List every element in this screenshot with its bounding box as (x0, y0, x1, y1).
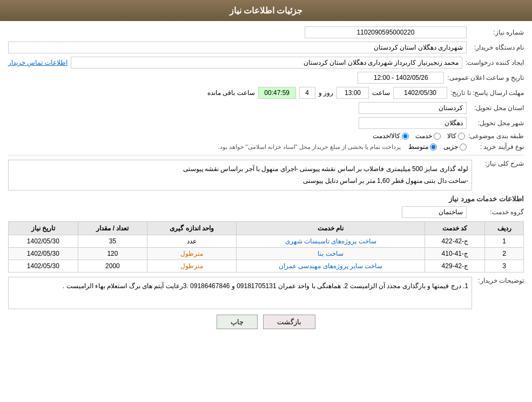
purchase-type-note: پرداخت تمام یا بخشی از مبلغ خریداز محل "… (218, 144, 401, 151)
province-label: استان محل تحویل: (470, 104, 524, 112)
city-label: شهر محل تحویل: (470, 119, 524, 127)
service-date: 1402/05/30 (9, 248, 78, 260)
back-button[interactable]: بازگشت (263, 315, 315, 329)
remaining-suffix: ساعت باقی مانده (207, 89, 255, 97)
row-num: 3 (485, 260, 524, 272)
purchase-type-label: نوع فرآیند خرید : (470, 143, 524, 151)
need-number-value: 1102090595000220 (305, 26, 467, 38)
category-option-service[interactable]: خدمت (415, 132, 441, 140)
announce-label: تاریخ و ساعت اعلان عمومی: (447, 74, 524, 81)
need-description: لوله گذاری سایز 500 میلیمتری فاضلاب بر ا… (8, 160, 472, 190)
row-num: 2 (485, 248, 524, 260)
row-num: 1 (485, 235, 524, 248)
request-creator-value: محمد زنجیرنیاز کاربرداز شهرداری دهگلان ا… (71, 57, 462, 69)
page-title: جزئیات اطلاعات نیاز (230, 6, 303, 15)
service-code: ج-42-422 (425, 235, 485, 248)
buyer-notes-label: توضیحات خریدار: (475, 277, 524, 284)
response-time: 13:00 (336, 87, 369, 99)
action-buttons: بازگشت چاپ (8, 315, 524, 335)
service-qty: 120 (78, 248, 147, 260)
province-value: کردستان (359, 102, 467, 114)
service-group-value: ساختمان (402, 206, 467, 218)
category-label: طبقه بندی موضوعی: (468, 132, 524, 140)
col-unit: واحد اندازه گیری (147, 222, 237, 235)
response-deadline-label: مهلت ارسال پاسخ: تا تاریخ: (450, 89, 524, 97)
need-desc-label: شرح کلی نیاز: (475, 160, 524, 167)
page-header: جزئیات اطلاعات نیاز (0, 0, 532, 21)
purchase-type-medium[interactable]: متوسط (408, 143, 437, 151)
buyer-org-label: نام دستگاه خریدار: (470, 44, 524, 51)
table-row: 2 ج-41-410 ساخت بنا مترطول 120 1402/05/3… (9, 248, 524, 260)
contact-link[interactable]: اطلاعات تماس خریدار (8, 59, 68, 66)
service-code: ج-41-410 (425, 248, 485, 260)
response-date: 1402/05/30 (393, 87, 447, 99)
service-unit: عدد (147, 235, 237, 248)
city-value: دهگلان (359, 117, 467, 129)
service-unit: مترطول (147, 248, 237, 260)
response-time-label: ساعت (372, 89, 390, 97)
need-desc-line1: لوله گذاری سایز 500 میلیمتری فاضلاب بر ا… (12, 163, 468, 175)
purchase-type-radio-group: جزیی متوسط (408, 143, 467, 151)
category-option-both[interactable]: کالا/خدمت (373, 132, 409, 140)
category-radio-group: کالا خدمت کالا/خدمت (373, 132, 465, 140)
request-creator-label: ایجاد کننده درخواست: (466, 59, 524, 66)
service-name: ساخت سایر پروژه‌های مهندسی عمران (236, 260, 425, 272)
col-name: نام خدمت (236, 222, 425, 235)
announce-datetime-value: 1402/05/26 - 12:00 (358, 72, 444, 84)
category-option-goods[interactable]: کالا (447, 132, 465, 140)
table-row: 3 ج-42-429 ساخت سایر پروژه‌های مهندسی عم… (9, 260, 524, 272)
need-desc-line2: -ساخت دال بتنی منهول قطر 1,60 متر بر اسا… (12, 175, 468, 187)
services-table: ردیف کد خدمت نام خدمت واحد اندازه گیری ت… (8, 221, 524, 272)
purchase-type-partial[interactable]: جزیی (443, 143, 467, 151)
remaining-time: 00:47:59 (258, 87, 296, 99)
remaining-days: 4 (299, 87, 315, 99)
service-date: 1402/05/30 (9, 260, 78, 272)
service-name: ساخت پروژه‌های تاسیسات شهری (236, 235, 425, 248)
buyer-notes: 1. درج قیمتها و بارگذاری مجدد آن الزامیس… (8, 277, 472, 309)
need-number-label: شماره نیاز: (470, 29, 524, 36)
service-code: ج-42-429 (425, 260, 485, 272)
print-button[interactable]: چاپ (217, 315, 258, 329)
col-date: تاریخ نیاز (9, 222, 78, 235)
service-unit: مترطول (147, 260, 237, 272)
service-name: ساخت بنا (236, 248, 425, 260)
remaining-days-label: روز و (319, 89, 333, 97)
buyer-org-value: شهرداری دهگلان استان کردستان (8, 42, 467, 53)
col-qty: تعداد / مقدار (78, 222, 147, 235)
services-section-title: اطلاعات خدمات مورد نیاز (8, 195, 524, 203)
col-row: ردیف (485, 222, 524, 235)
service-qty: 35 (78, 235, 147, 248)
service-group-label: گروه خدمت: (470, 208, 524, 216)
table-row: 1 ج-42-422 ساخت پروژه‌های تاسیسات شهری ع… (9, 235, 524, 248)
service-date: 1402/05/30 (9, 235, 78, 248)
col-code: کد خدمت (425, 222, 485, 235)
service-qty: 2000 (78, 260, 147, 272)
